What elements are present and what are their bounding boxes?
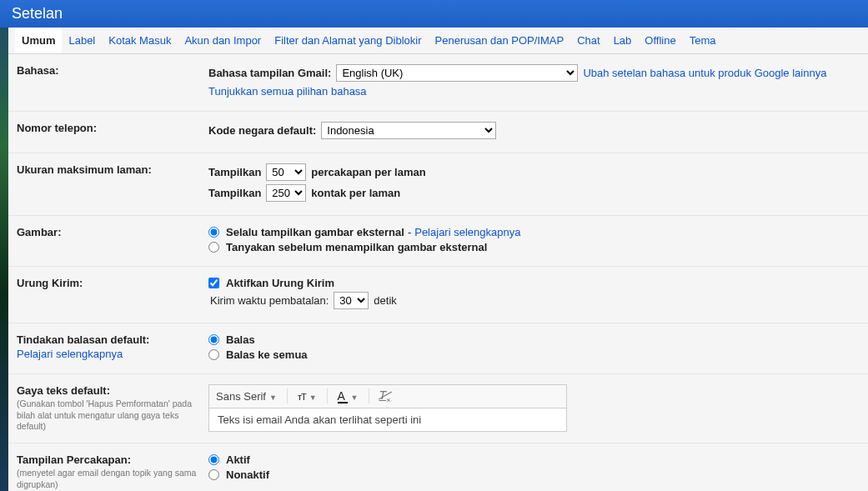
page-size-suffix1: percakapan per laman xyxy=(311,166,425,178)
text-style-preview: Teks isi email Anda akan terlihat sepert… xyxy=(208,408,567,432)
tab-filter-dan-alamat-yang-diblokir[interactable]: Filter dan Alamat yang Diblokir xyxy=(268,28,428,53)
row-language: Bahasa: Bahasa tampilan Gmail: English (… xyxy=(8,54,868,112)
chevron-down-icon: ▼ xyxy=(269,393,277,402)
text-style-toolbar: Sans Serif▼ тT▼ A▼ T× xyxy=(208,384,567,408)
settings-body: Bahasa: Bahasa tampilan Gmail: English (… xyxy=(8,54,868,491)
page-size-show2: Tampilkan xyxy=(208,187,261,199)
text-style-sub: (Gunakan tombol 'Hapus Pemformatan' pada… xyxy=(17,398,200,433)
language-change-link[interactable]: Ubah setelan bahasa untuk produk Google … xyxy=(583,67,826,79)
label-default-reply: Tindakan balasan default: Pelajari selen… xyxy=(17,333,208,363)
row-undo-send: Urung Kirim: Aktifkan Urung Kirim Kirim … xyxy=(8,267,868,323)
phone-country-select[interactable]: Indonesia xyxy=(321,122,496,139)
language-select[interactable]: English (UK) xyxy=(336,64,578,82)
tab-tema[interactable]: Tema xyxy=(683,28,723,53)
label-images: Gambar: xyxy=(17,226,208,256)
reply-radio[interactable] xyxy=(208,334,219,345)
font-family-button[interactable]: Sans Serif▼ xyxy=(216,390,277,403)
row-default-reply: Tindakan balasan default: Pelajari selen… xyxy=(8,323,868,374)
row-conversation-view: Tampilan Percakapan: (menyetel agar emai… xyxy=(8,443,868,491)
tab-chat[interactable]: Chat xyxy=(570,28,606,53)
conversation-on-radio[interactable] xyxy=(208,454,219,465)
tab-umum[interactable]: Umum xyxy=(15,28,62,53)
text-color-icon: A xyxy=(338,389,348,403)
font-color-button[interactable]: A▼ xyxy=(338,389,359,403)
conversation-sub: (menyetel agar email dengan topik yang s… xyxy=(17,468,200,490)
conversations-per-page-select[interactable]: 50 xyxy=(266,163,306,181)
reply-learn-link[interactable]: Pelajari selengkapnya xyxy=(17,348,200,360)
images-ask-label: Tanyakan sebelum menampilkan gambar ekst… xyxy=(226,241,487,253)
language-display-label: Bahasa tampilan Gmail: xyxy=(208,67,331,79)
undo-seconds-select[interactable]: 30 xyxy=(334,292,369,309)
font-size-button[interactable]: тT▼ xyxy=(298,390,317,403)
label-conversation-view: Tampilan Percakapan: (menyetel agar emai… xyxy=(17,453,208,490)
page-title: Setelan xyxy=(12,5,63,22)
chevron-down-icon: ▼ xyxy=(351,393,359,402)
label-language: Bahasa: xyxy=(17,64,208,101)
reply-label: Balas xyxy=(226,333,255,346)
undo-enable-checkbox[interactable] xyxy=(208,278,219,288)
images-always-radio[interactable] xyxy=(208,227,219,238)
settings-tabs: UmumLabelKotak MasukAkun dan ImporFilter… xyxy=(8,28,868,54)
chevron-down-icon: ▼ xyxy=(309,393,317,402)
settings-content: UmumLabelKotak MasukAkun dan ImporFilter… xyxy=(8,28,868,491)
images-learn-link[interactable]: Pelajari selengkapnya xyxy=(414,226,520,238)
conversation-off-radio[interactable] xyxy=(208,469,219,480)
reply-all-label: Balas ke semua xyxy=(226,348,308,361)
language-show-all-link[interactable]: Tunjukkan semua pilihan bahasa xyxy=(208,85,367,98)
label-undo-send: Urung Kirim: xyxy=(17,277,208,313)
contacts-per-page-select[interactable]: 250 xyxy=(266,184,306,202)
conversation-off-label: Nonaktif xyxy=(226,468,269,481)
tab-offline[interactable]: Offline xyxy=(638,28,682,53)
label-phone: Nomor telepon: xyxy=(17,122,208,143)
background-strip xyxy=(0,0,8,491)
page-title-bar: Setelan xyxy=(0,0,868,28)
row-phone: Nomor telepon: Kode negara default: Indo… xyxy=(8,112,868,153)
undo-enable-label: Aktifkan Urung Kirim xyxy=(226,277,334,289)
images-ask-radio[interactable] xyxy=(208,242,219,253)
label-page-size: Ukuran maksimum laman: xyxy=(17,163,208,205)
clear-formatting-button[interactable]: T× xyxy=(379,388,391,404)
tab-akun-dan-impor[interactable]: Akun dan Impor xyxy=(178,28,268,53)
label-text-style: Gaya teks default: (Gunakan tombol 'Hapu… xyxy=(17,384,208,433)
tab-label[interactable]: Label xyxy=(62,28,102,53)
undo-suffix: detik xyxy=(374,294,396,307)
tab-penerusan-dan-pop/imap[interactable]: Penerusan dan POP/IMAP xyxy=(429,28,571,53)
row-text-style: Gaya teks default: (Gunakan tombol 'Hapu… xyxy=(8,374,868,443)
text-size-icon: тT xyxy=(298,392,306,402)
row-page-size: Ukuran maksimum laman: Tampilkan 50 perc… xyxy=(8,153,868,216)
reply-all-radio[interactable] xyxy=(208,349,219,360)
conversation-on-label: Aktif xyxy=(226,453,250,466)
tab-lab[interactable]: Lab xyxy=(607,28,639,53)
phone-country-label: Kode negara default: xyxy=(208,124,316,137)
page-size-show1: Tampilkan xyxy=(208,166,261,178)
tab-kotak-masuk[interactable]: Kotak Masuk xyxy=(102,28,178,53)
page-size-suffix2: kontak per laman xyxy=(311,187,400,199)
row-images: Gambar: Selalu tampilkan gambar eksterna… xyxy=(8,216,868,267)
images-always-label: Selalu tampilkan gambar eksternal xyxy=(226,226,404,238)
undo-cancel-label: Kirim waktu pembatalan: xyxy=(210,294,329,307)
